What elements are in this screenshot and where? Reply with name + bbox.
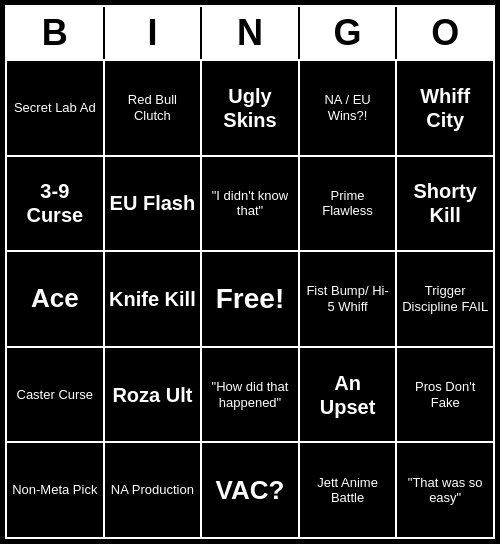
cell-text: Secret Lab Ad xyxy=(14,100,96,116)
cell-text: Whiff City xyxy=(401,84,489,132)
cell-2-0: Ace xyxy=(7,252,105,346)
cell-2-4: Trigger Discipline FAIL xyxy=(397,252,493,346)
cell-text: Jett Anime Battle xyxy=(304,475,392,506)
cell-text: VAC? xyxy=(216,475,285,506)
cell-1-2: "I didn't know that" xyxy=(202,157,300,251)
cell-text: Shorty Kill xyxy=(401,179,489,227)
cell-text: Red Bull Clutch xyxy=(109,92,197,123)
cell-1-1: EU Flash xyxy=(105,157,203,251)
cell-text: Trigger Discipline FAIL xyxy=(401,283,489,314)
cell-text: Prime Flawless xyxy=(304,188,392,219)
cell-text: Fist Bump/ Hi-5 Whiff xyxy=(304,283,392,314)
cell-2-2: Free! xyxy=(202,252,300,346)
cell-4-1: NA Production xyxy=(105,443,203,537)
cell-text: "I didn't know that" xyxy=(206,188,294,219)
cell-3-0: Caster Curse xyxy=(7,348,105,442)
grid-row-1: 3-9 CurseEU Flash"I didn't know that"Pri… xyxy=(7,155,493,251)
grid-row-2: AceKnife KillFree!Fist Bump/ Hi-5 WhiffT… xyxy=(7,250,493,346)
cell-1-3: Prime Flawless xyxy=(300,157,398,251)
cell-1-0: 3-9 Curse xyxy=(7,157,105,251)
cell-3-1: Roza Ult xyxy=(105,348,203,442)
grid-row-3: Caster CurseRoza Ult"How did that happen… xyxy=(7,346,493,442)
cell-1-4: Shorty Kill xyxy=(397,157,493,251)
cell-2-3: Fist Bump/ Hi-5 Whiff xyxy=(300,252,398,346)
header-letter: G xyxy=(300,7,398,59)
cell-text: NA / EU Wins?! xyxy=(304,92,392,123)
header-letter: I xyxy=(105,7,203,59)
cell-text: 3-9 Curse xyxy=(11,179,99,227)
header-letter: O xyxy=(397,7,493,59)
header-letter: B xyxy=(7,7,105,59)
cell-text: Free! xyxy=(216,282,284,316)
cell-3-4: Pros Don't Fake xyxy=(397,348,493,442)
cell-text: EU Flash xyxy=(110,191,196,215)
cell-text: "That was so easy" xyxy=(401,475,489,506)
cell-text: Knife Kill xyxy=(109,287,196,311)
cell-text: Non-Meta Pick xyxy=(12,482,97,498)
cell-3-3: An Upset xyxy=(300,348,398,442)
cell-text: Ace xyxy=(31,283,79,314)
bingo-header: BINGO xyxy=(7,7,493,59)
bingo-card: BINGO Secret Lab AdRed Bull ClutchUgly S… xyxy=(5,5,495,539)
cell-0-0: Secret Lab Ad xyxy=(7,61,105,155)
cell-0-2: Ugly Skins xyxy=(202,61,300,155)
cell-2-1: Knife Kill xyxy=(105,252,203,346)
cell-text: An Upset xyxy=(304,371,392,419)
cell-text: NA Production xyxy=(111,482,194,498)
cell-0-4: Whiff City xyxy=(397,61,493,155)
cell-3-2: "How did that happened" xyxy=(202,348,300,442)
cell-text: "How did that happened" xyxy=(206,379,294,410)
header-letter: N xyxy=(202,7,300,59)
cell-0-3: NA / EU Wins?! xyxy=(300,61,398,155)
cell-4-2: VAC? xyxy=(202,443,300,537)
grid-row-4: Non-Meta PickNA ProductionVAC?Jett Anime… xyxy=(7,441,493,537)
cell-text: Roza Ult xyxy=(112,383,192,407)
cell-4-0: Non-Meta Pick xyxy=(7,443,105,537)
cell-text: Caster Curse xyxy=(17,387,94,403)
cell-text: Ugly Skins xyxy=(206,84,294,132)
cell-text: Pros Don't Fake xyxy=(401,379,489,410)
grid-row-0: Secret Lab AdRed Bull ClutchUgly SkinsNA… xyxy=(7,59,493,155)
bingo-grid: Secret Lab AdRed Bull ClutchUgly SkinsNA… xyxy=(7,59,493,537)
cell-0-1: Red Bull Clutch xyxy=(105,61,203,155)
cell-4-4: "That was so easy" xyxy=(397,443,493,537)
cell-4-3: Jett Anime Battle xyxy=(300,443,398,537)
